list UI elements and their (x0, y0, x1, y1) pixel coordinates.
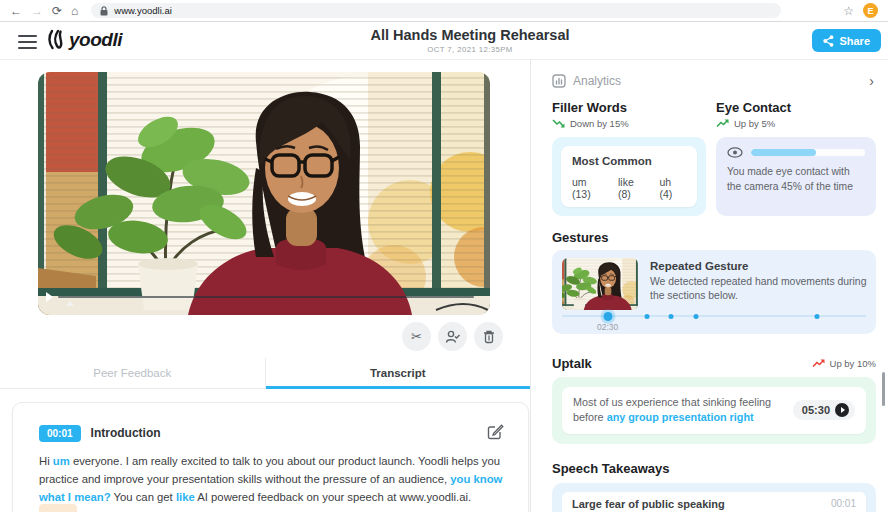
page-title: All Hands Meeting Rehearsal (370, 27, 569, 43)
delete-button[interactable] (474, 322, 503, 351)
scissors-icon: ✂ (411, 329, 422, 344)
uptalk-trend: Up by 10% (830, 358, 876, 369)
menu-icon[interactable] (18, 35, 37, 49)
play-icon[interactable] (46, 292, 53, 302)
transcript-timestamp-badge[interactable]: 00:01 (39, 425, 81, 442)
repeated-gesture-title: Repeated Gesture (650, 260, 868, 272)
filler-item: um (13) (572, 176, 607, 200)
video-player[interactable] (38, 72, 490, 315)
browser-home-icon[interactable]: ⌂ (71, 5, 78, 17)
gestures-section: Gestures Repeated Gesture We detected re… (552, 230, 876, 334)
filler-words-card: Most Common um (13) like (8) uh (4) (552, 137, 706, 216)
yoodli-app: ← → ⟳ ⌂ www.yoodli.ai ☆ E yoodli All Han… (0, 0, 888, 512)
repeated-gesture-description: We detected repeated hand movements duri… (650, 275, 868, 303)
video-position-marker[interactable] (66, 301, 74, 306)
transcript-card: 00:01 Introduction Hi um everyone. I am … (12, 402, 529, 512)
filler-word[interactable]: like (176, 491, 195, 503)
analytics-panel: Analytics › Filler Words Down by 15% Mos… (531, 60, 888, 512)
eye-contact-trend: Up by 5% (734, 118, 775, 129)
gesture-thumbnail-frame (562, 258, 638, 310)
filler-item: uh (4) (659, 176, 686, 200)
transcript-section-title: Introduction (91, 426, 161, 440)
browser-profile-avatar[interactable]: E (863, 3, 878, 18)
browser-back-icon[interactable]: ← (10, 5, 22, 17)
speech-takeaways-section: Speech Takeaways Large fear of public sp… (552, 461, 876, 512)
chevron-right-icon[interactable]: › (869, 74, 874, 88)
lock-icon (100, 6, 108, 16)
person-check-icon (445, 330, 460, 344)
takeaway-time: 00:01 (831, 498, 856, 509)
video-actions: ✂ (0, 322, 503, 351)
yoodli-logo-icon (46, 28, 66, 52)
eye-contact-stat: Eye Contact Up by 5% (716, 100, 876, 216)
uptalk-title: Uptalk (552, 356, 592, 371)
next-section-badge[interactable] (39, 504, 77, 512)
gesture-dot[interactable] (693, 314, 698, 319)
takeaway-row[interactable]: Large fear of public speaking 00:01 (562, 492, 866, 512)
eye-icon (727, 147, 743, 158)
most-common-label: Most Common (572, 155, 686, 167)
speech-takeaways-card: Large fear of public speaking 00:01 Yood… (552, 483, 876, 512)
analytics-label: Analytics (573, 74, 621, 88)
filler-item: like (8) (618, 176, 648, 200)
yoodli-logo[interactable]: yoodli (46, 28, 122, 52)
eye-contact-title: Eye Contact (716, 100, 876, 115)
edit-transcript-button[interactable] (487, 423, 504, 443)
uptalk-quote: Most of us experience that sinking feeli… (573, 395, 778, 426)
gesture-dot[interactable] (815, 314, 820, 319)
panel-scrollbar[interactable] (882, 372, 885, 406)
filler-words-stat: Filler Words Down by 15% Most Common um … (552, 100, 706, 216)
filler-words-trend: Down by 15% (570, 118, 629, 129)
filler-words-title: Filler Words (552, 100, 706, 115)
uptalk-card: Most of us experience that sinking feeli… (552, 377, 876, 444)
app-header: yoodli All Hands Meeting Rehearsal OCT 7… (0, 22, 888, 60)
browser-chrome: ← → ⟳ ⌂ www.yoodli.ai ☆ E (0, 0, 888, 22)
gesture-dot-major[interactable] (603, 312, 612, 321)
gesture-thumbnail[interactable] (562, 258, 638, 310)
tab-transcript[interactable]: Transcript (266, 358, 531, 388)
trash-icon (483, 330, 495, 344)
gesture-dot[interactable] (645, 314, 650, 319)
browser-forward-icon[interactable]: → (31, 5, 43, 17)
eye-contact-card: You made eye contact with the camera 45%… (716, 137, 876, 216)
trim-button[interactable]: ✂ (402, 322, 431, 351)
uptalk-highlight: any group presentation right (607, 411, 754, 423)
transcript-text: Hi um everyone. I am really excited to t… (39, 453, 504, 507)
gestures-card: Repeated Gesture We detected repeated ha… (552, 250, 876, 334)
play-circle-icon (835, 403, 849, 417)
filler-word[interactable]: um (53, 455, 70, 467)
trend-up-red-icon (812, 359, 826, 368)
gesture-dot[interactable] (669, 314, 674, 319)
recording-title-block: All Hands Meeting Rehearsal OCT 7, 2021 … (370, 27, 569, 54)
recording-date: OCT 7, 2021 12:35PM (370, 45, 569, 54)
analytics-header[interactable]: Analytics › (552, 74, 876, 88)
share-icon (823, 35, 834, 47)
speaker-identify-button[interactable] (438, 322, 467, 351)
gesture-marker-label: 02:30 (597, 322, 618, 332)
analytics-icon (552, 74, 566, 88)
speech-takeaways-title: Speech Takeaways (552, 461, 876, 476)
logo-wordmark: yoodli (69, 29, 122, 51)
share-button[interactable]: Share (812, 29, 881, 52)
eye-contact-progress (751, 149, 865, 156)
video-frame (38, 72, 490, 315)
feedback-tabs: Peer Feedback Transcript (0, 358, 530, 389)
tab-peer-feedback[interactable]: Peer Feedback (0, 358, 266, 388)
bookmark-star-icon[interactable]: ☆ (843, 4, 854, 18)
video-progress-bar[interactable] (58, 296, 474, 298)
uptalk-play-button[interactable]: 05:30 (793, 400, 855, 420)
edit-icon (487, 423, 504, 440)
takeaway-text: Large fear of public speaking (572, 498, 725, 510)
gesture-timeline[interactable]: 02:30 (562, 315, 866, 317)
uptalk-timestamp: 05:30 (802, 404, 830, 416)
trend-up-icon (716, 119, 730, 128)
gestures-title: Gestures (552, 230, 876, 245)
eye-contact-description: You made eye contact with the camera 45%… (727, 165, 865, 194)
share-button-label: Share (839, 35, 870, 47)
url-text: www.yoodli.ai (114, 5, 172, 16)
address-bar[interactable]: www.yoodli.ai (91, 3, 781, 18)
browser-reload-icon[interactable]: ⟳ (52, 5, 62, 17)
trend-down-icon (552, 119, 566, 128)
uptalk-section: Uptalk Up by 10% Most of us experience t… (552, 356, 876, 444)
